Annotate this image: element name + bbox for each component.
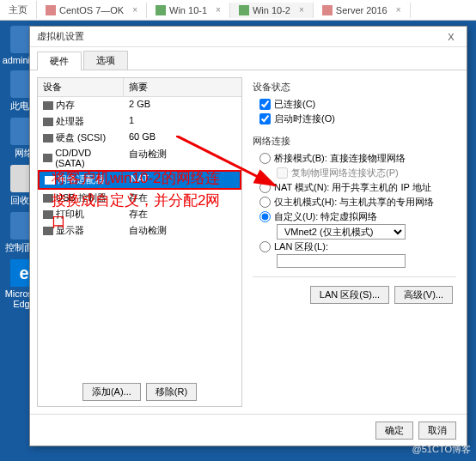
radio-lanseg[interactable]: LAN 区段(L): [253, 240, 456, 254]
printer-icon [43, 210, 53, 219]
browser-tab-bar: 主页 CentOS 7—OK× Win 10-1× Win 10-2× Serv… [0, 0, 476, 21]
table-row-network[interactable]: 网络适配器NAT [38, 170, 241, 190]
cpu-icon [43, 118, 53, 126]
advanced-button[interactable]: 高级(V)... [394, 286, 453, 304]
ok-button[interactable]: 确定 [375, 422, 413, 440]
close-button[interactable]: X [442, 32, 460, 42]
vm-settings-dialog: 虚拟机设置 X 硬件 选项 设备 摘要 内存2 GB 处理器1 硬盘 (SCSI… [29, 26, 467, 446]
radio-bridged[interactable]: 桥接模式(B): 直接连接物理网络 [253, 151, 456, 166]
custom-network-select[interactable]: VMnet2 (仅主机模式) [277, 224, 406, 240]
disk-icon [43, 134, 53, 143]
add-button[interactable]: 添加(A)... [82, 383, 141, 401]
chk-connect-onstart[interactable]: 启动时连接(O) [253, 112, 456, 126]
vm-icon [322, 5, 333, 15]
titlebar: 虚拟机设置 X [30, 27, 467, 47]
usb-icon [43, 194, 53, 203]
group-title-netconn: 网络连接 [253, 135, 456, 148]
nic-icon [45, 176, 55, 185]
table-row[interactable]: 处理器1 [38, 113, 241, 130]
vm-icon [239, 5, 249, 15]
lan-segment-input[interactable] [277, 254, 406, 268]
table-row[interactable]: 显示器自动检测 [38, 222, 241, 239]
table-row[interactable]: 打印机存在 [38, 206, 241, 222]
display-icon [43, 227, 53, 235]
chk-replicate: 复制物理网络连接状态(P) [253, 166, 456, 180]
col-summary: 摘要 [124, 78, 241, 96]
close-icon[interactable]: × [132, 5, 137, 15]
vm-icon [156, 5, 166, 15]
watermark: @51CTO博客 [412, 443, 471, 456]
cancel-button[interactable]: 取消 [418, 422, 456, 440]
hardware-list: 设备 摘要 内存2 GB 处理器1 硬盘 (SCSI)60 GB CD/DVD … [37, 77, 242, 407]
dialog-tabs: 硬件 选项 [30, 47, 467, 70]
table-row[interactable]: USB 控制器存在 [38, 190, 241, 206]
tab-win10-2[interactable]: Win 10-2× [230, 3, 314, 18]
remove-button[interactable]: 移除(R) [146, 383, 197, 401]
dialog-footer: 确定 取消 [30, 414, 467, 446]
col-device: 设备 [38, 78, 124, 96]
close-icon[interactable]: × [216, 5, 221, 15]
table-header: 设备 摘要 [38, 78, 241, 97]
radio-hostonly[interactable]: 仅主机模式(H): 与主机共享的专用网络 [253, 195, 456, 209]
tab-options[interactable]: 选项 [83, 51, 128, 70]
cd-icon [43, 154, 52, 162]
memory-icon [43, 101, 53, 110]
tab-win10-1[interactable]: Win 10-1× [147, 3, 230, 18]
tab-home[interactable]: 主页 [0, 1, 37, 19]
radio-nat[interactable]: NAT 模式(N): 用于共享主机的 IP 地址 [253, 180, 456, 195]
group-title-status: 设备状态 [253, 81, 456, 94]
dialog-title: 虚拟机设置 [37, 30, 442, 43]
tab-centos[interactable]: CentOS 7—OK× [37, 3, 147, 18]
settings-panel: 设备状态 已连接(C) 启动时连接(O) 网络连接 桥接模式(B): 直接连接物… [249, 77, 460, 407]
table-row[interactable]: 硬盘 (SCSI)60 GB [38, 130, 241, 146]
chk-connected[interactable]: 已连接(C) [253, 97, 456, 112]
lan-segments-button[interactable]: LAN 区段(S)... [310, 286, 389, 304]
vm-icon [46, 5, 56, 15]
table-row[interactable]: 内存2 GB [38, 97, 241, 113]
table-row[interactable]: CD/DVD (SATA)自动检测 [38, 146, 241, 170]
tab-hardware[interactable]: 硬件 [37, 52, 82, 70]
tab-server2016[interactable]: Server 2016× [314, 3, 411, 18]
radio-custom[interactable]: 自定义(U): 特定虚拟网络 [253, 209, 456, 224]
close-icon[interactable]: × [396, 5, 401, 15]
close-icon[interactable]: × [299, 5, 304, 15]
